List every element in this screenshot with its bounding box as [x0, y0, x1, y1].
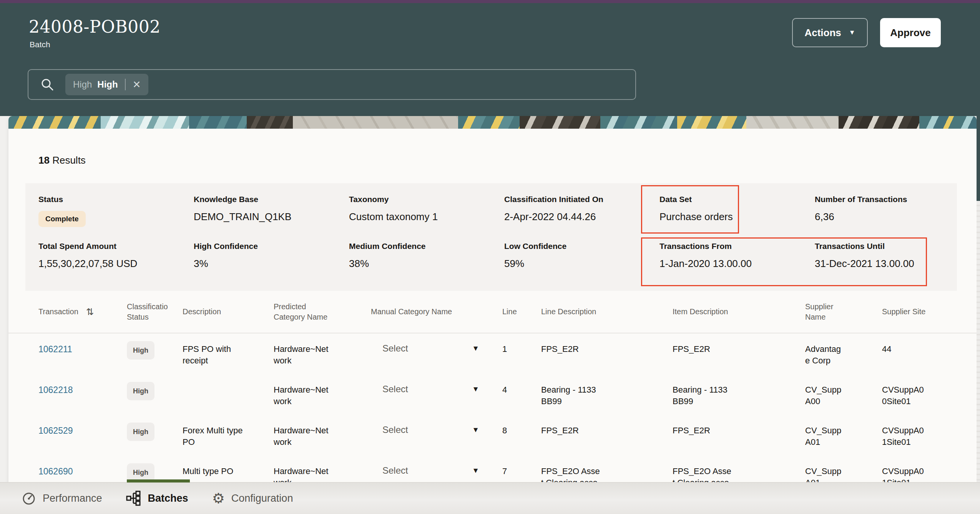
search-icon	[41, 78, 54, 91]
column-header-manual-category: Manual Category Name	[371, 307, 502, 317]
results-card: 18 Results Status Complete Knowledge Bas…	[8, 116, 977, 514]
table-header-row: Transaction Classificatio Status Descrip…	[8, 291, 977, 333]
cell-item-description: FPS_E2R	[673, 425, 744, 436]
cell-transaction: 1062218	[38, 384, 127, 396]
select-placeholder: Select	[382, 343, 408, 354]
summary-field: High Confidence 3%	[194, 242, 349, 270]
filter-chip-divider	[125, 79, 126, 90]
summary-field-label: High Confidence	[194, 242, 349, 251]
tab-performance-label: Performance	[43, 492, 102, 504]
summary-field-label: Knowledge Base	[194, 195, 349, 204]
filter-chip-high[interactable]: High High	[65, 74, 148, 95]
cell-status: High	[127, 384, 183, 400]
summary-field-value: 2-Apr-2022 04.44.26	[504, 211, 659, 223]
manual-category-select[interactable]: Select	[382, 465, 479, 476]
top-accent-strip	[0, 0, 980, 3]
transaction-link[interactable]: 1062529	[38, 426, 73, 436]
summary-field-value: 3%	[194, 258, 349, 270]
manual-category-select[interactable]: Select	[382, 424, 479, 436]
right-edge-strip	[977, 116, 980, 201]
cell-manual-category: Select	[371, 343, 502, 354]
results-count: 18 Results	[38, 154, 86, 166]
column-header-predicted-category: Predicted Category Name	[274, 302, 345, 322]
manual-category-select[interactable]: Select	[382, 383, 479, 395]
summary-field-label: Medium Confidence	[349, 242, 504, 251]
summary-field-label: Total Spend Amount	[38, 242, 194, 251]
summary-field-label: Classification Initiated On	[504, 195, 659, 204]
cell-supplier-site: CVSuppA01Site01	[882, 425, 936, 448]
column-header-transaction-label: Transaction	[38, 307, 78, 317]
cell-item-description: FPS_E2R	[673, 343, 744, 355]
batch-summary-panel: Status Complete Knowledge Base DEMO_TRAI…	[25, 183, 957, 291]
cell-description: Forex Multi type PO	[183, 425, 256, 448]
transaction-link[interactable]: 1062690	[38, 466, 73, 476]
annotation-box-data-set	[641, 185, 739, 234]
cell-status: High	[127, 343, 183, 360]
cell-transaction: 1062529	[38, 425, 127, 437]
hierarchy-icon	[126, 491, 141, 506]
manual-category-select[interactable]: Select	[382, 343, 479, 354]
cell-supplier-name: CV_SuppA00	[805, 384, 854, 407]
search-input[interactable]: High High	[28, 69, 636, 100]
header-actions: Actions Approve	[792, 18, 941, 47]
cell-status: High	[127, 425, 183, 441]
tab-performance[interactable]: Performance	[22, 491, 102, 506]
cell-predicted-category: Hardware~Network	[274, 343, 345, 366]
table-row: 1062218 High Hardware~Network Select 4 B…	[8, 374, 977, 415]
cell-description: FPS PO with receipt	[183, 343, 256, 366]
summary-field: Total Spend Amount 1,55,30,22,07,58 USD	[38, 242, 194, 270]
actions-button[interactable]: Actions	[792, 18, 868, 47]
select-placeholder: Select	[382, 383, 408, 395]
summary-field-value: 1,55,30,22,07,58 USD	[38, 258, 194, 270]
select-placeholder: Select	[382, 465, 408, 476]
bottom-navigation: Performance Batches Configuration	[0, 482, 980, 514]
summary-field: Status Complete	[38, 195, 194, 227]
cell-line: 7	[502, 466, 541, 477]
cell-transaction: 1062690	[38, 466, 127, 478]
cell-line-description: FPS_E2R	[541, 425, 612, 436]
summary-field-label: Taxonomy	[349, 195, 504, 204]
annotation-box-transactions-range	[641, 237, 927, 286]
summary-field-label: Status	[38, 195, 194, 204]
column-header-supplier-site: Supplier Site	[882, 307, 945, 317]
cell-line: 4	[502, 384, 541, 396]
column-header-description: Description	[183, 307, 274, 317]
active-tab-indicator	[127, 479, 190, 482]
cell-predicted-category: Hardware~Network	[274, 425, 345, 448]
page-subtitle: Batch	[30, 40, 50, 49]
transaction-link[interactable]: 1062218	[38, 385, 73, 395]
cell-predicted-category: Hardware~Network	[274, 384, 345, 407]
page-header: 24008-POB002 Batch Actions Approve High …	[0, 3, 980, 116]
summary-field: Taxonomy Custom taxonomy 1	[349, 195, 504, 227]
summary-field-value: 38%	[349, 258, 504, 270]
column-header-supplier-name: Supplier Name	[805, 302, 852, 322]
summary-field: Medium Confidence 38%	[349, 242, 504, 270]
sort-icon[interactable]	[86, 307, 94, 317]
summary-field-value: DEMO_TRAIN_Q1KB	[194, 211, 349, 223]
summary-field-label: Low Confidence	[504, 242, 659, 251]
cell-supplier-name: Advantage Corp	[805, 343, 854, 366]
tab-batches-label: Batches	[148, 492, 188, 504]
column-header-classification-status: Classificatio Status	[127, 302, 180, 322]
tab-batches[interactable]: Batches	[126, 491, 188, 506]
cell-transaction: 1062211	[38, 343, 127, 355]
table-row: 1062529 High Forex Multi type PO Hardwar…	[8, 415, 977, 456]
table-row: 1062211 High FPS PO with receipt Hardwar…	[8, 333, 977, 374]
status-badge: High	[127, 341, 154, 360]
page-title: 24008-POB002	[29, 17, 161, 36]
scrollbar-track[interactable]	[977, 201, 980, 482]
status-badge: High	[127, 423, 154, 441]
gauge-icon	[22, 491, 36, 506]
summary-row-1: Status Complete Knowledge Base DEMO_TRAI…	[38, 195, 957, 227]
tab-configuration-label: Configuration	[231, 492, 293, 504]
column-header-transaction: Transaction	[38, 307, 127, 317]
summary-field: Classification Initiated On 2-Apr-2022 0…	[504, 195, 659, 227]
status-badge: High	[127, 463, 154, 482]
filter-chip-close-icon[interactable]	[133, 79, 141, 91]
cell-supplier-name: CV_SuppA01	[805, 425, 854, 448]
summary-field-value: 59%	[504, 258, 659, 270]
tab-configuration[interactable]: Configuration	[212, 491, 293, 506]
approve-button[interactable]: Approve	[880, 18, 941, 47]
transaction-link[interactable]: 1062211	[38, 344, 72, 354]
column-header-line: Line	[502, 307, 541, 317]
